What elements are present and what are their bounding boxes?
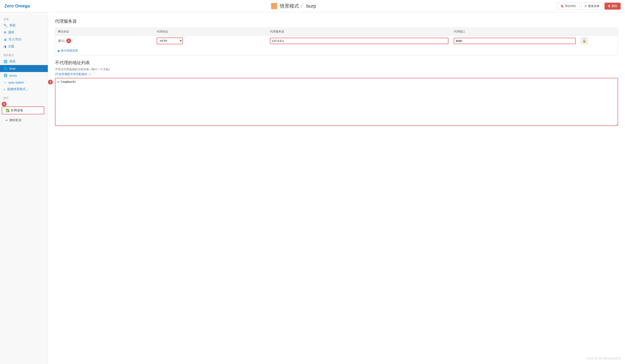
bypass-description: 不经过代理连接的主机列表: (每行一个主机) [55, 67, 618, 71]
col-header-proxy-server: 代理服务器 [267, 28, 451, 35]
proxy-table: 网址协议 代理协议 代理服务器 代理端口 (默认) 1 [55, 28, 618, 46]
rename-icon: ✏ [585, 4, 587, 8]
export-pac-icon: 🔖 [561, 4, 564, 8]
url-protocol-cell: (默认) 1 [55, 35, 154, 46]
lock-cell: 🔒 [578, 35, 618, 46]
sidebar-item-interface[interactable]: 🔧 界面 [0, 22, 48, 29]
delete-label: 删除 [612, 4, 617, 8]
bypass-textarea-wrapper: 2 [55, 76, 618, 126]
rename-label: 更改名称 [588, 4, 599, 8]
proxy-profile-icon: 🌐 [3, 74, 8, 77]
col-header-proxy-port: 代理端口 [451, 28, 578, 35]
sidebar-item-theme[interactable]: ◑ 主题 [0, 43, 48, 50]
proxy-protocol-cell: HTTP HTTPS SOCKS4 SOCKS5 [154, 35, 267, 46]
proxy-port-cell [451, 35, 578, 46]
page-title-name: burp [306, 3, 316, 9]
apply-button-sidebar[interactable]: ✅ 应用选项 [2, 106, 44, 114]
undo-button-sidebar[interactable]: ↩ 撤销更改 [2, 117, 44, 124]
show-advanced-link[interactable]: ▶ 显示高级设置 [55, 47, 81, 54]
sidebar-item-proxy-label: proxy [9, 74, 17, 77]
profiles-section-label: 情景模式 [0, 52, 48, 58]
sidebar-item-interface-label: 界面 [9, 24, 15, 28]
burp-profile-icon: 🌐 [3, 66, 8, 70]
import-export-icon: 🖥 [3, 38, 7, 41]
theme-icon: ◑ [3, 45, 6, 48]
sidebar-item-burp-label: burp [9, 67, 15, 70]
apply-button-label: 应用选项 [11, 108, 23, 112]
export-pac-label: 导出PAC [565, 4, 576, 8]
col-header-lock [578, 28, 618, 35]
proxy-table-row: (默认) 1 HTTP HTTPS SOCKS4 SOCKS5 [55, 35, 618, 46]
lock-button[interactable]: 🔒 [581, 37, 588, 44]
content-area: 代理服务器 网址协议 代理协议 代理服务器 代理端口 [48, 12, 625, 364]
watermark: CSDN @泪不是Web妳而流 [586, 357, 621, 361]
page-title-prefix: 情景模式： [280, 3, 304, 9]
proxy-table-wrapper: 网址协议 代理协议 代理服务器 代理端口 (默认) 1 [55, 28, 618, 56]
sidebar-item-auto-switch-label: auto switch [8, 81, 24, 84]
sidebar-item-general-label: 通用 [8, 30, 14, 34]
proxy-server-cell [267, 35, 451, 46]
sidebar-item-theme-label: 主题 [8, 45, 14, 48]
show-advanced-label: 显示高级设置 [61, 49, 78, 53]
new-profile-icon: + [3, 88, 5, 91]
undo-button-label: 撤销更改 [9, 118, 22, 122]
apply-checkmark-icon: ✅ [6, 109, 9, 112]
badge-3: 3 [2, 102, 6, 106]
sidebar-item-import-export-label: 导入/导出 [8, 37, 22, 41]
top-bar: Zero Omega 情景模式： burp 🔖 导出PAC ✏ 更改名称 🗑 删… [0, 0, 625, 12]
profile-color-swatch [271, 3, 277, 9]
proxy-section-title: 代理服务器 [55, 18, 618, 24]
wildcard-link[interactable]: (可使用通配符等匹配规则...) [55, 72, 91, 76]
sidebar-item-new-profile[interactable]: + 新建情景模式... [0, 86, 48, 93]
settings-section-label: 设置 [0, 16, 48, 22]
sidebar-item-burp[interactable]: 🌐 burp [0, 65, 48, 72]
proxy-protocol-select[interactable]: HTTP HTTPS SOCKS4 SOCKS5 [157, 37, 183, 44]
proxy-port-input[interactable] [454, 38, 576, 44]
system-profile-icon: 🌐 [3, 60, 8, 63]
interface-icon: 🔧 [3, 24, 8, 28]
sidebar: 设置 🔧 界面 ⚙ 通用 🖥 导入/导出 ◑ 主题 情景模式 🌐 系统 🌐 bu… [0, 12, 48, 364]
rename-button[interactable]: ✏ 更改名称 [581, 3, 603, 10]
sidebar-item-new-profile-label: 新建情景模式... [7, 87, 28, 91]
main-layout: 设置 🔧 界面 ⚙ 通用 🖥 导入/导出 ◑ 主题 情景模式 🌐 系统 🌐 bu… [0, 12, 625, 364]
page-title: 情景模式： burp [271, 3, 316, 9]
bypass-section-title: 不代理的地址列表 [55, 60, 618, 66]
delete-button[interactable]: 🗑 删除 [604, 3, 621, 10]
general-icon: ⚙ [3, 30, 6, 34]
col-header-url-protocol: 网址协议 [55, 28, 154, 35]
sidebar-item-system[interactable]: 🌐 系统 [0, 58, 48, 65]
sidebar-item-import-export[interactable]: 🖥 导入/导出 [0, 36, 48, 43]
default-label: (默认) [58, 39, 65, 43]
app-logo: Zero Omega [4, 3, 30, 8]
bypass-textarea[interactable] [55, 78, 618, 126]
sidebar-item-general[interactable]: ⚙ 通用 [0, 29, 48, 36]
badge-2: 2 [48, 80, 53, 85]
undo-icon: ↩ [5, 119, 8, 122]
operations-section-label: 操作 [0, 94, 48, 101]
export-pac-button[interactable]: 🔖 导出PAC [557, 3, 580, 10]
col-header-proxy-protocol: 代理协议 [154, 28, 267, 35]
sidebar-item-system-label: 系统 [9, 60, 15, 63]
badge-1: 1 [66, 38, 71, 43]
top-actions: 🔖 导出PAC ✏ 更改名称 🗑 删除 [557, 3, 621, 10]
chevron-right-icon: ▶ [58, 49, 60, 52]
sidebar-item-proxy[interactable]: 🌐 proxy [0, 72, 48, 79]
proxy-server-input[interactable] [270, 38, 448, 44]
sidebar-item-auto-switch[interactable]: ↔ auto switch [0, 79, 48, 86]
auto-switch-icon: ↔ [3, 81, 7, 84]
delete-icon: 🗑 [608, 4, 611, 8]
